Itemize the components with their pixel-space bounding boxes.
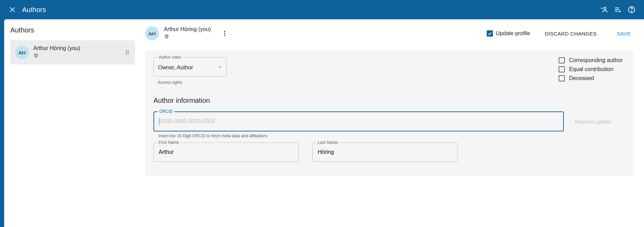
save-button[interactable]: SAVE	[614, 29, 634, 39]
help-icon	[627, 6, 636, 14]
equal-label: Equal contribution	[569, 66, 613, 72]
svg-point-20	[224, 35, 225, 36]
drag-handle[interactable]	[123, 48, 131, 57]
more-button[interactable]	[218, 27, 231, 40]
verified-icon	[164, 34, 211, 41]
author-name: Arthur Höring (you)	[164, 26, 211, 32]
sidebar-heading: Authors	[10, 26, 135, 34]
first-name-field[interactable]: First Name	[153, 142, 299, 162]
svg-point-17	[128, 53, 129, 55]
corresponding-author-checkbox[interactable]: Corresponding author	[559, 57, 623, 63]
corresponding-label: Corresponding author	[569, 57, 623, 63]
svg-point-11	[631, 11, 632, 12]
update-profile-checkbox[interactable]: Update profile	[487, 30, 530, 37]
add-list-button[interactable]	[611, 3, 625, 17]
sidebar-author-item[interactable]: AH Arthur Höring (you)	[10, 40, 135, 65]
orcid-input[interactable]	[160, 118, 558, 125]
deceased-label: Deceased	[569, 75, 594, 81]
verified-icon	[33, 53, 119, 60]
playlist-add-icon	[614, 6, 622, 14]
checkbox-icon	[487, 30, 493, 37]
help-button[interactable]	[625, 3, 638, 17]
content: Authors AH Arthur Höring (you) AH Arthur	[4, 19, 644, 227]
close-button[interactable]	[6, 3, 19, 17]
equal-contribution-checkbox[interactable]: Equal contribution	[559, 66, 623, 72]
last-name-field[interactable]: Last Name	[312, 142, 458, 162]
first-name-label: First Name	[157, 140, 180, 145]
drag-icon	[124, 50, 130, 55]
flags: Corresponding author Equal contribution …	[559, 57, 623, 81]
add-author-button[interactable]	[597, 3, 611, 17]
author-roles-value: Owner, Author	[158, 65, 218, 71]
page-title: Authors	[22, 6, 46, 14]
author-roles-label: Author roles	[157, 55, 183, 60]
svg-marker-21	[219, 67, 221, 68]
svg-point-16	[126, 53, 127, 55]
form-panel: Author roles Owner, Author Access rights…	[145, 50, 634, 176]
add-person-icon	[600, 6, 608, 14]
checkbox-icon	[559, 66, 565, 72]
svg-point-15	[128, 52, 129, 53]
last-name-label: Last Name	[316, 140, 339, 145]
svg-point-14	[126, 52, 127, 53]
discard-button[interactable]: DISCARD CHANGES	[542, 29, 599, 39]
sidebar: Authors AH Arthur Höring (you)	[4, 19, 139, 227]
svg-point-4	[604, 7, 606, 9]
orcid-helper: Insert the 16-Digit ORCID to fetch meta …	[158, 134, 625, 138]
last-name-input[interactable]	[318, 149, 452, 155]
text-caret	[159, 118, 159, 125]
close-icon	[9, 6, 16, 13]
app-bar: Authors	[0, 0, 644, 19]
update-profile-label: Update profile	[496, 30, 530, 37]
author-roles-select[interactable]: Author roles Owner, Author	[153, 57, 227, 77]
svg-point-18	[224, 31, 225, 32]
svg-point-12	[126, 50, 127, 51]
access-rights-label: Access rights	[158, 80, 227, 85]
avatar: AH	[145, 27, 159, 40]
deceased-checkbox[interactable]: Deceased	[559, 75, 623, 81]
orcid-label: ORCID	[158, 109, 175, 114]
first-name-input[interactable]	[159, 149, 293, 155]
author-header: AH Arthur Höring (you) Update profile	[145, 26, 634, 41]
author-info-heading: Author information	[153, 97, 625, 105]
chevron-down-icon	[218, 65, 222, 71]
more-vert-icon	[221, 30, 228, 37]
request-update-link[interactable]: Request update	[575, 119, 612, 125]
main: AH Arthur Höring (you) Update profile	[139, 19, 644, 227]
checkbox-icon	[559, 57, 565, 63]
checkbox-icon	[559, 75, 565, 81]
avatar: AH	[15, 46, 29, 59]
svg-point-13	[128, 50, 129, 51]
sidebar-author-name: Arthur Höring (you)	[33, 45, 119, 51]
orcid-field[interactable]: ORCID	[153, 111, 564, 131]
svg-point-19	[224, 33, 225, 34]
